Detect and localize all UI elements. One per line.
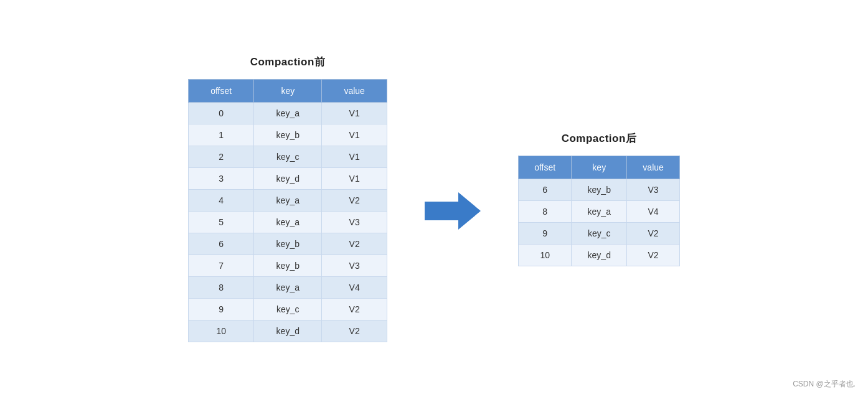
- table-cell: 10: [519, 244, 572, 266]
- table-row: 8key_aV4: [519, 200, 680, 222]
- table-cell: V3: [322, 212, 387, 233]
- table-cell: key_c: [572, 222, 627, 244]
- table-cell: V2: [627, 244, 680, 266]
- table-cell: key_a: [254, 212, 322, 233]
- table-cell: key_c: [254, 299, 322, 320]
- arrow-container: [425, 192, 481, 230]
- table-cell: key_d: [572, 244, 627, 266]
- table-cell: V4: [627, 200, 680, 222]
- table-cell: key_b: [254, 255, 322, 277]
- table-cell: V3: [627, 179, 680, 200]
- left-section: Compaction前 offset key value 0key_aV11ke…: [188, 55, 387, 342]
- left-col-offset: offset: [189, 80, 254, 103]
- right-col-offset: offset: [519, 156, 572, 179]
- table-cell: V2: [627, 222, 680, 244]
- watermark: CSDN @之乎者也.: [793, 379, 856, 390]
- table-cell: 3: [189, 168, 254, 190]
- right-title: Compaction后: [562, 131, 637, 146]
- table-cell: key_a: [254, 190, 322, 212]
- table-cell: 6: [519, 179, 572, 200]
- left-col-value: value: [322, 80, 387, 103]
- table-row: 3key_dV1: [189, 168, 387, 190]
- table-cell: V4: [322, 277, 387, 299]
- table-cell: V1: [322, 103, 387, 124]
- table-cell: key_c: [254, 146, 322, 168]
- table-row: 6key_bV2: [189, 233, 387, 255]
- table-row: 9key_cV2: [189, 299, 387, 320]
- right-table: offset key value 6key_bV38key_aV49key_cV…: [518, 156, 680, 266]
- right-arrow-icon: [425, 192, 481, 230]
- left-table: offset key value 0key_aV11key_bV12key_cV…: [188, 79, 387, 342]
- table-cell: V2: [322, 320, 387, 342]
- right-col-value: value: [627, 156, 680, 179]
- table-cell: key_a: [254, 103, 322, 124]
- table-cell: V2: [322, 299, 387, 320]
- left-title: Compaction前: [250, 55, 326, 69]
- table-row: 8key_aV4: [189, 277, 387, 299]
- table-cell: key_b: [254, 233, 322, 255]
- table-cell: key_a: [254, 277, 322, 299]
- table-cell: 5: [189, 212, 254, 233]
- table-cell: V1: [322, 124, 387, 146]
- table-cell: 9: [189, 299, 254, 320]
- table-row: 2key_cV1: [189, 146, 387, 168]
- table-cell: V3: [322, 255, 387, 277]
- table-cell: 1: [189, 124, 254, 146]
- table-row: 7key_bV3: [189, 255, 387, 277]
- table-cell: key_b: [572, 179, 627, 200]
- table-cell: key_d: [254, 168, 322, 190]
- table-row: 10key_dV2: [519, 244, 680, 266]
- table-row: 6key_bV3: [519, 179, 680, 200]
- table-cell: key_b: [254, 124, 322, 146]
- right-section: Compaction后 offset key value 6key_bV38ke…: [518, 131, 680, 266]
- table-cell: 4: [189, 190, 254, 212]
- right-table-header-row: offset key value: [519, 156, 680, 179]
- table-row: 9key_cV2: [519, 222, 680, 244]
- table-cell: 8: [189, 277, 254, 299]
- table-cell: 7: [189, 255, 254, 277]
- table-row: 10key_dV2: [189, 320, 387, 342]
- right-col-key: key: [572, 156, 627, 179]
- table-row: 1key_bV1: [189, 124, 387, 146]
- page-container: Compaction前 offset key value 0key_aV11ke…: [0, 0, 868, 397]
- left-table-header-row: offset key value: [189, 80, 387, 103]
- table-cell: V1: [322, 146, 387, 168]
- table-cell: V1: [322, 168, 387, 190]
- table-cell: 6: [189, 233, 254, 255]
- left-col-key: key: [254, 80, 322, 103]
- table-cell: 0: [189, 103, 254, 124]
- table-cell: 10: [189, 320, 254, 342]
- table-cell: V2: [322, 190, 387, 212]
- table-row: 0key_aV1: [189, 103, 387, 124]
- table-cell: V2: [322, 233, 387, 255]
- table-cell: 9: [519, 222, 572, 244]
- table-row: 4key_aV2: [189, 190, 387, 212]
- table-cell: 2: [189, 146, 254, 168]
- table-cell: key_a: [572, 200, 627, 222]
- table-cell: key_d: [254, 320, 322, 342]
- table-row: 5key_aV3: [189, 212, 387, 233]
- table-cell: 8: [519, 200, 572, 222]
